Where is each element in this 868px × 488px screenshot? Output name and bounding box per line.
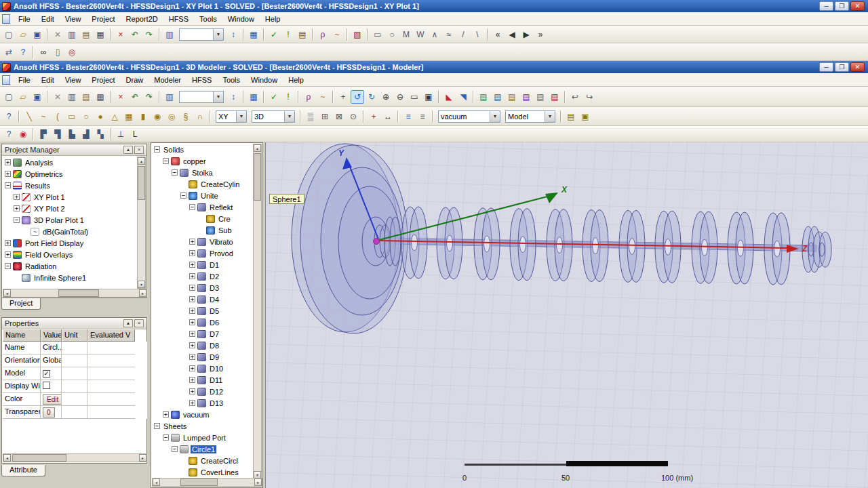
draw-torus-icon[interactable]: ◎: [165, 110, 178, 123]
list-b-icon[interactable]: ≡: [416, 110, 429, 123]
close-button[interactable]: [850, 1, 865, 11]
tree-node-field-overlays[interactable]: +Field Overlays: [3, 249, 137, 260]
simulation-combo[interactable]: ▼: [179, 28, 224, 41]
column-header-unit[interactable]: Unit: [62, 329, 87, 342]
tree-node-vibrato[interactable]: +Vibrato: [152, 236, 254, 247]
dataset-icon[interactable]: ▥: [163, 28, 176, 41]
print-icon[interactable]: ▦: [94, 90, 107, 104]
coordinate-system-combo[interactable]: XY▼: [216, 110, 247, 123]
plot-circle-icon[interactable]: ○: [385, 28, 399, 41]
collapse-icon[interactable]: −: [172, 169, 178, 176]
tree-node-lumped-port[interactable]: −Lumped Port: [152, 432, 254, 443]
tree-label[interactable]: D11: [208, 376, 224, 384]
plot-m-icon[interactable]: M: [399, 28, 413, 41]
draw-helix-icon[interactable]: §: [179, 110, 193, 123]
display-mode-combo[interactable]: Model▼: [505, 110, 555, 123]
matrix-icon[interactable]: ▦: [247, 28, 260, 41]
tree-label[interactable]: D13: [208, 399, 224, 407]
paste-icon[interactable]: ▤: [79, 28, 93, 41]
plot-rect-icon[interactable]: ▭: [371, 28, 384, 41]
color-button[interactable]: Edit: [43, 394, 62, 405]
scroll-thumb[interactable]: [180, 479, 218, 486]
maximize-button[interactable]: [835, 1, 849, 11]
undo-icon[interactable]: ↶: [128, 28, 142, 41]
collapse-icon[interactable]: −: [5, 263, 11, 269]
expand-icon[interactable]: +: [189, 319, 195, 325]
plot-w1-icon[interactable]: W: [414, 28, 427, 41]
plot-a1-icon[interactable]: /: [456, 28, 470, 41]
rotate-free-icon[interactable]: ↺: [351, 90, 364, 104]
tree-node-d10[interactable]: +D10: [152, 363, 254, 374]
cut-icon[interactable]: ✕: [51, 28, 64, 41]
expand-icon[interactable]: +: [189, 262, 195, 268]
tree-label[interactable]: D8: [208, 342, 220, 350]
tree-node-optimetrics[interactable]: +Optimetrics: [3, 168, 137, 180]
layer-2-icon[interactable]: ▤: [491, 90, 505, 104]
collapse-icon[interactable]: −: [172, 446, 178, 452]
draw-box-icon[interactable]: ▦: [122, 110, 136, 123]
draw-cyl-icon[interactable]: ▮: [136, 110, 150, 123]
expand-icon[interactable]: +: [163, 411, 169, 418]
collapse-icon[interactable]: −: [154, 146, 160, 152]
tree-label[interactable]: D1: [208, 261, 220, 269]
fit-all-icon[interactable]: ▣: [422, 90, 435, 104]
scroll-track[interactable]: [11, 454, 139, 462]
new-icon[interactable]: ▢: [2, 90, 16, 104]
layer-3-icon[interactable]: ▤: [505, 90, 519, 104]
collapse-icon[interactable]: −: [154, 423, 160, 429]
report2d-icon[interactable]: ▧: [351, 28, 364, 41]
expand-icon[interactable]: +: [189, 388, 195, 394]
tree-node-coverlines[interactable]: CoverLines: [152, 466, 254, 478]
menu-item-window[interactable]: Window: [245, 73, 283, 87]
tree-node-sub[interactable]: Sub: [152, 224, 254, 236]
tree-node-reflekt[interactable]: −Reflekt: [152, 201, 254, 213]
menu-item-hfss[interactable]: HFSS: [163, 12, 194, 26]
expand-icon[interactable]: +: [189, 365, 195, 371]
column-header-evaluated-v[interactable]: Evaluated V: [87, 329, 135, 342]
scroll-right-icon[interactable]: [139, 289, 146, 297]
delete-icon[interactable]: ×: [114, 28, 127, 41]
menu-item-file[interactable]: File: [13, 12, 36, 26]
menu-item-help[interactable]: Help: [260, 12, 286, 26]
simulation-combo[interactable]: ▼: [179, 91, 224, 103]
scroll-thumb[interactable]: [254, 153, 261, 201]
expand-icon[interactable]: +: [14, 205, 20, 211]
expand-icon[interactable]: +: [189, 273, 195, 279]
tree-node-circle1[interactable]: −Circle1: [152, 443, 254, 455]
tree-label[interactable]: XY Plot 1: [33, 193, 66, 201]
column-header-value[interactable]: Value: [41, 329, 62, 342]
tree-node-radiation[interactable]: −Radiation: [3, 260, 137, 272]
analyze-all-icon[interactable]: !: [281, 90, 295, 104]
tree-node-stoika[interactable]: −Stoika: [152, 167, 254, 178]
tab-project[interactable]: Project: [1, 298, 41, 310]
plot-w2-icon[interactable]: ∧: [428, 28, 441, 41]
expand-icon[interactable]: +: [189, 331, 195, 337]
tree-label[interactable]: Infinite Sphere1: [33, 274, 87, 282]
scroll-left-icon[interactable]: [3, 289, 11, 297]
tree-node-d1[interactable]: +D1: [152, 259, 254, 270]
view-redo-icon[interactable]: ↪: [583, 90, 596, 104]
tree-label[interactable]: Sub: [217, 226, 233, 235]
draw-circle-icon[interactable]: ●: [94, 110, 107, 123]
properties-hscrollbar[interactable]: [3, 453, 147, 462]
edit-sources-icon[interactable]: ▯: [51, 45, 64, 59]
tree-label[interactable]: D9: [208, 353, 220, 361]
tree-label[interactable]: Radiation: [24, 262, 58, 270]
scroll-thumb[interactable]: [58, 289, 99, 297]
tree-label[interactable]: vacuum: [182, 411, 211, 419]
menu-item-tools[interactable]: Tools: [194, 12, 222, 26]
help-what-icon[interactable]: ?: [2, 110, 16, 123]
3d-model-canvas[interactable]: ZXY050100 (mm): [266, 142, 868, 488]
scroll-thumb[interactable]: [12, 454, 66, 462]
transparent-button[interactable]: 0: [43, 407, 55, 418]
tree-node-xy-plot-1[interactable]: +XY Plot 1: [3, 191, 137, 203]
tree-label[interactable]: CreateCircl: [199, 457, 239, 465]
zoom-in-icon[interactable]: ⊕: [379, 90, 393, 104]
checkbox-unchecked-icon[interactable]: [43, 382, 50, 389]
globe-icon[interactable]: ◉: [16, 127, 30, 141]
menu-item-view[interactable]: View: [60, 73, 87, 87]
cs-global-icon[interactable]: L: [128, 127, 142, 141]
tree-node-cre[interactable]: Cre: [152, 213, 254, 224]
close-button[interactable]: [850, 62, 865, 72]
pin-icon[interactable]: [123, 146, 133, 154]
